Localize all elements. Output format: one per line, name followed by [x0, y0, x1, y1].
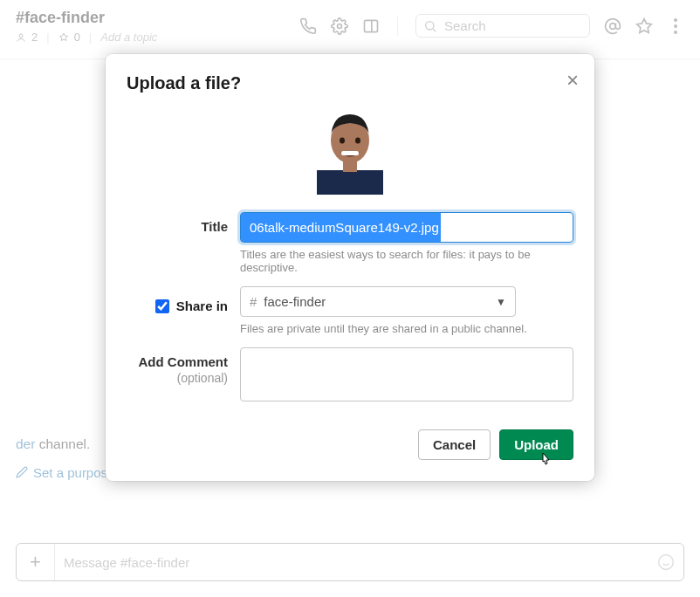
share-channel-dropdown[interactable]: # face-finder ▼ — [240, 286, 516, 317]
upload-file-modal: Upload a file? × — [106, 54, 594, 481]
share-hint: Files are private until they are shared … — [240, 322, 573, 335]
file-thumbnail — [306, 107, 394, 195]
modal-title: Upload a file? — [127, 73, 573, 93]
share-label: Share in — [176, 298, 228, 313]
modal-overlay: Upload a file? × — [0, 0, 700, 597]
hash-icon: # — [250, 294, 257, 309]
comment-input[interactable] — [240, 347, 573, 401]
svg-rect-21 — [341, 151, 359, 155]
title-hint: Titles are the easiest ways to search fo… — [240, 248, 573, 274]
upload-button[interactable]: Upload — [499, 429, 573, 460]
close-icon[interactable]: × — [566, 70, 579, 91]
svg-rect-17 — [317, 170, 383, 195]
svg-point-19 — [340, 138, 345, 144]
cancel-button[interactable]: Cancel — [418, 429, 491, 460]
cursor-pointer-icon — [539, 451, 554, 470]
title-input[interactable]: 06talk-mediumSquare149-v2.jpg — [240, 212, 573, 243]
chevron-down-icon: ▼ — [496, 296, 506, 308]
svg-point-20 — [355, 138, 360, 144]
comment-label: Add Comment (optional) — [127, 347, 240, 405]
svg-rect-22 — [343, 160, 357, 172]
share-checkbox[interactable] — [155, 299, 169, 313]
title-label: Title — [127, 212, 240, 243]
